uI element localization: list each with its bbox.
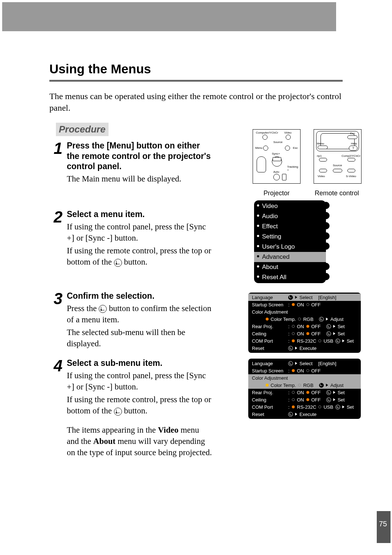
- enter-icon: [335, 339, 340, 343]
- step-text: If using the remote control, press the t…: [67, 245, 212, 268]
- enter-icon: [99, 305, 107, 313]
- step-text: The selected sub-menu will then be displ…: [67, 327, 212, 349]
- row-coloradj-opts: Color Temp.RGB Adjust: [248, 315, 361, 323]
- enter-icon: [114, 259, 122, 267]
- row-ceiling: Ceiling: ONOFF Set: [248, 396, 361, 403]
- step-text: Press the button to confirm the selectio…: [67, 303, 212, 325]
- enter-icon: [326, 397, 331, 402]
- row-language: Language Select [English]: [248, 294, 361, 301]
- enter-icon: [319, 317, 324, 322]
- svideo-button-icon: [347, 169, 355, 172]
- arrow-right-icon: [326, 318, 328, 321]
- arrow-right-icon: [326, 384, 328, 387]
- step-title: Press the [Menu] button on either the re…: [67, 140, 212, 172]
- radio-icon: [318, 339, 321, 342]
- comp1-button-icon: [319, 158, 327, 162]
- row-startup: Startup Screen: ONOFF: [248, 367, 361, 374]
- step-text: If using the control panel, press the [S…: [67, 221, 212, 244]
- row-coloradj: Color Adjustment: [248, 308, 361, 315]
- advanced-submenu-2: Language Select [English] Startup Screen…: [248, 359, 361, 419]
- esc-button-icon: [285, 146, 290, 151]
- keystone-button-icon: [273, 157, 281, 161]
- enter-icon: [288, 346, 293, 351]
- radio-icon: [266, 384, 269, 387]
- enter-icon: [288, 295, 293, 300]
- arrow-right-icon: [333, 325, 335, 328]
- menu-item-resetall: Reset All: [254, 272, 326, 282]
- row-language: Language Select [English]: [248, 360, 361, 367]
- enter-icon: [335, 405, 340, 409]
- row-coloradj-opts: Color Temp.RGB Adjust: [248, 381, 361, 389]
- projector-label: Projector: [248, 189, 306, 197]
- menu-item-effect: Effect: [254, 221, 326, 232]
- enter-icon: [319, 383, 324, 388]
- menu-button-icon: [263, 146, 268, 151]
- row-ceiling: Ceiling: ONOFF Set: [248, 330, 361, 337]
- row-reset: Reset Execute: [248, 411, 361, 418]
- advanced-submenu-1: Language Select [English] Startup Screen…: [248, 293, 361, 353]
- arrow-right-icon: [342, 405, 344, 408]
- intro-text: The menus can be operated using either t…: [49, 90, 343, 114]
- step-number: 4: [49, 358, 67, 458]
- arrow-right-icon: [342, 339, 344, 342]
- enter-icon: [326, 390, 331, 395]
- arrow-right-icon: [295, 413, 297, 416]
- procedure-heading: Procedure: [56, 123, 109, 136]
- enter-icon: [288, 361, 293, 366]
- arrow-right-icon: [333, 398, 335, 401]
- radio-icon: [306, 369, 309, 372]
- shift-button-icon: [282, 174, 286, 180]
- step-title: Confirm the selection.: [67, 291, 212, 301]
- row-coloradj: Color Adjustment: [248, 374, 361, 381]
- title-rule: [49, 80, 343, 82]
- step-text: The Main menu will be displayed.: [67, 173, 212, 184]
- enter-icon: [326, 324, 331, 329]
- radio-icon: [306, 332, 309, 335]
- radio-icon: [318, 405, 321, 408]
- row-reset: Reset Execute: [248, 344, 361, 352]
- remote-label: Remote control: [308, 189, 366, 197]
- radio-icon: [292, 369, 295, 372]
- radio-icon: [306, 303, 309, 306]
- projector-diagram: Computer/YCbCr Video Source Menu Esc Syn…: [253, 129, 301, 184]
- enter-icon: [114, 408, 122, 416]
- enter-icon: [288, 412, 293, 417]
- arrow-right-icon: [295, 347, 297, 350]
- enter-icon: [326, 331, 331, 336]
- page-number: 75: [378, 520, 388, 528]
- header-band: [2, 2, 336, 31]
- radio-icon: [266, 318, 269, 321]
- help-button-icon: ?: [349, 146, 358, 151]
- row-com: COM Port: RS-232CUSBSet: [248, 403, 361, 411]
- source-mid-button-icon: [333, 169, 342, 172]
- radio-icon: [292, 405, 295, 408]
- step-title: Select a sub-menu item.: [67, 358, 212, 368]
- radio-icon: [292, 303, 295, 306]
- radio-icon: [292, 398, 295, 401]
- row-rear: Rear Proj.: ONOFF Set: [248, 389, 361, 396]
- step-number: 2: [49, 209, 67, 268]
- radio-icon: [292, 339, 295, 342]
- video-button-icon: [319, 169, 327, 172]
- step-text: If using the remote control, press the t…: [67, 394, 212, 416]
- computer-button-icon: [262, 135, 268, 140]
- menu-item-setting: Setting: [254, 232, 326, 242]
- row-com: COM Port: RS-232CUSBSet: [248, 337, 361, 344]
- video-button-icon: [286, 135, 291, 140]
- row-startup: Startup Screen: ONOFF: [248, 301, 361, 308]
- menu-button-icon: [318, 146, 328, 149]
- radio-icon: [292, 325, 295, 328]
- auto-enter-icon: [273, 174, 280, 180]
- arrow-right-icon: [295, 362, 297, 365]
- step-title: Select a menu item.: [67, 209, 212, 220]
- radio-icon: [298, 318, 301, 321]
- main-menu: Video Audio Effect Setting User's Logo A…: [254, 200, 326, 283]
- radio-icon: [306, 391, 309, 394]
- comp2-button-icon: [347, 158, 355, 162]
- radio-icon: [292, 332, 295, 335]
- row-rear: Rear Proj.: ONOFF Set: [248, 323, 361, 330]
- arrow-right-icon: [333, 391, 335, 394]
- remote-diagram: Esc Menu Help ? np1 Comp2/YCbCr Source V…: [314, 129, 362, 184]
- page-title: Using the Menus: [49, 62, 343, 76]
- menu-item-video: Video: [254, 201, 326, 211]
